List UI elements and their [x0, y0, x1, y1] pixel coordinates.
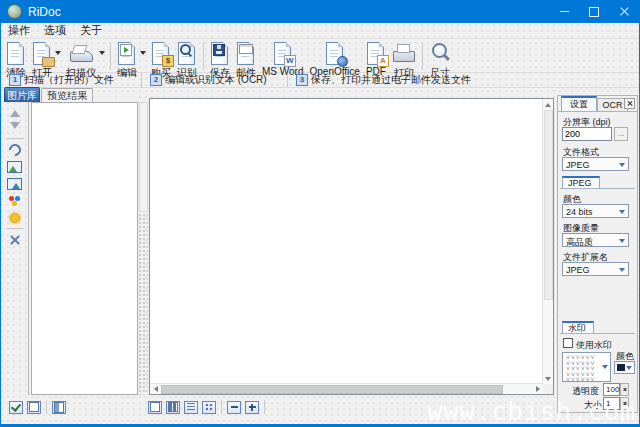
maximize-icon: [589, 7, 599, 17]
list-view-icon: [187, 403, 195, 411]
brightness-icon: [10, 213, 20, 223]
check-icon: [11, 401, 21, 412]
vertical-scrollbar[interactable]: [542, 99, 553, 384]
zoom-in-button[interactable]: [245, 401, 259, 414]
image-library-scrollbar[interactable]: [139, 102, 148, 395]
single-page-icon: [150, 402, 160, 412]
extension-select[interactable]: JPEG: [562, 262, 629, 276]
jpeg-subtab-line: [560, 188, 635, 189]
caption-edit: 2 编辑或识别文本 (OCR): [141, 73, 295, 87]
rotate-left-button[interactable]: [7, 160, 23, 173]
scroll-up-button[interactable]: [543, 99, 553, 109]
tab-gallery[interactable]: 图片库: [4, 87, 40, 102]
document-mail-icon: [236, 42, 256, 65]
edit-dropdown-icon[interactable]: [140, 51, 146, 58]
panel-close-button[interactable]: [624, 98, 635, 109]
scroll-down-button[interactable]: [543, 374, 553, 384]
glue-pages-button[interactable]: [52, 401, 66, 414]
scrollbar-corner: [543, 384, 553, 394]
scanner-icon: [69, 42, 93, 65]
watermark-color-select[interactable]: [614, 361, 635, 374]
select-all-button[interactable]: [9, 401, 23, 414]
view-list-button[interactable]: [184, 401, 198, 414]
toolbar-separator: [203, 42, 204, 70]
menu-operation[interactable]: 操作: [1, 23, 37, 38]
view-thumbnails-button[interactable]: [202, 401, 216, 414]
watermark-subtab-line: [560, 333, 635, 334]
scroll-right-button[interactable]: [533, 384, 543, 394]
deselect-all-button[interactable]: [27, 401, 41, 414]
delete-cross-icon: [9, 234, 21, 246]
ridoc-window: RiDoc 操作 选项 关于 清除 打开 扫描仪: [0, 0, 640, 427]
resolution-input[interactable]: [562, 127, 612, 141]
minimize-button[interactable]: [549, 0, 579, 23]
document-recognize-icon: [177, 42, 197, 65]
settings-panel: 设置 OCR 分辨率 (dpi) ... 文件格式 JPEG JPEG 颜色 2…: [557, 95, 638, 413]
move-down-button[interactable]: [7, 121, 23, 134]
image-library-panel[interactable]: [31, 102, 138, 395]
tab-settings[interactable]: 设置: [561, 96, 597, 111]
menubar: 操作 选项 关于: [1, 23, 639, 39]
rotate-button[interactable]: [7, 143, 23, 156]
bottom-separator: [264, 400, 265, 414]
opacity-label: 透明度: [572, 385, 599, 398]
tab-underline: [558, 111, 637, 112]
resolution-more-button[interactable]: ...: [614, 127, 628, 141]
horizontal-scrollbar[interactable]: [150, 383, 543, 394]
quality-select[interactable]: 高品质: [562, 233, 629, 247]
watermark-pattern-select[interactable]: vvvvvv vvvvvv vvvvvv vvvvvv vvvvvv: [562, 352, 611, 382]
color-adjust-button[interactable]: [7, 194, 23, 207]
color-select[interactable]: 24 bits: [562, 204, 629, 218]
scroll-right-icon: [536, 386, 543, 392]
close-button[interactable]: [609, 0, 639, 23]
msword-button[interactable]: MS Word: [259, 41, 307, 77]
caption-scan: 1 扫描（打开的）文件: [1, 73, 148, 87]
window-title: RiDoc: [28, 5, 61, 19]
horizontal-scrollbar-thumb[interactable]: [161, 385, 503, 394]
zoom-out-button[interactable]: [227, 401, 241, 414]
openoffice-button[interactable]: OpenOffice: [307, 41, 363, 77]
toolbar-captions: 1 扫描（打开的）文件 2 编辑或识别文本 (OCR) 3 保存、打印并通过电子…: [1, 73, 639, 88]
use-watermark-checkbox[interactable]: [563, 338, 573, 348]
maximize-button[interactable]: [579, 0, 609, 23]
scroll-left-button[interactable]: [150, 384, 160, 394]
file-format-select[interactable]: JPEG: [562, 157, 629, 171]
rotate-right-button[interactable]: [7, 177, 23, 190]
arrow-up-icon: [10, 105, 20, 117]
view-single-page-button[interactable]: [148, 401, 162, 414]
brightness-button[interactable]: [7, 211, 23, 224]
caption-save: 3 保存、打印并通过电子邮件发送文件: [287, 73, 556, 87]
tab-preview-result[interactable]: 预览结果: [41, 88, 93, 102]
image-tools-sidebar: [1, 102, 29, 395]
menu-options[interactable]: 选项: [37, 23, 73, 38]
open-dropdown-icon[interactable]: [55, 51, 61, 58]
opacity-spinner[interactable]: [620, 383, 629, 396]
sidebar-separator: [6, 138, 24, 139]
scanner-dropdown-icon[interactable]: [99, 51, 105, 58]
scrollbar-thumb[interactable]: [139, 102, 148, 212]
two-pages-icon: [168, 402, 178, 412]
color-swatch: [617, 364, 625, 371]
app-icon: [7, 4, 22, 19]
move-up-button[interactable]: [7, 104, 23, 117]
opacity-value[interactable]: 100: [603, 383, 620, 396]
size-value[interactable]: 1: [603, 397, 620, 410]
document-pdf-icon: [366, 42, 386, 65]
empty-box-icon: [29, 402, 39, 412]
pdf-button[interactable]: PDF: [363, 41, 389, 77]
document-edit-icon: [117, 42, 137, 65]
bottom-separator: [46, 400, 47, 414]
document-save-icon: [210, 42, 230, 65]
vertical-scrollbar-thumb[interactable]: [544, 110, 553, 300]
arrow-down-icon: [10, 122, 20, 134]
sidebar-separator: [6, 228, 24, 229]
size-label: 大小: [584, 399, 602, 412]
size-spinner[interactable]: [620, 397, 629, 410]
rotate-icon: [6, 141, 23, 158]
delete-button[interactable]: [7, 233, 23, 246]
preview-canvas[interactable]: [149, 98, 554, 395]
badge-3: 3: [296, 74, 308, 86]
view-two-pages-button[interactable]: [166, 401, 180, 414]
use-watermark-label: 使用水印: [576, 339, 612, 352]
menu-about[interactable]: 关于: [73, 23, 109, 38]
